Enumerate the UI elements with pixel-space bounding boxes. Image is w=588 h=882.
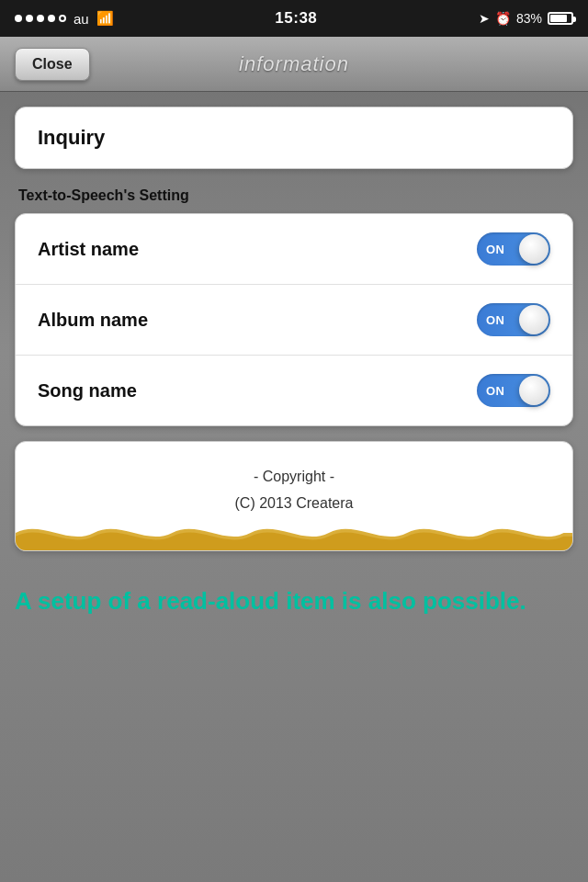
album-toggle-thumb [519,305,548,334]
signal-dots [15,15,66,22]
song-toggle-label: ON [486,384,505,398]
dot1 [15,15,22,22]
dot4 [48,15,55,22]
album-name-toggle[interactable]: ON [477,303,550,336]
dot5 [59,15,66,22]
settings-card: Artist name ON Album name ON Song name [15,213,573,426]
artist-toggle-thumb [519,234,548,264]
close-button[interactable]: Close [15,48,90,81]
album-name-row: Album name ON [16,285,572,356]
battery-icon [548,12,573,25]
battery-percent: 83% [516,11,542,26]
song-name-toggle[interactable]: ON [477,374,550,407]
status-right: ➤ ⏰ 83% [479,11,573,26]
copyright-line2: (C) 2013 Createra [38,491,550,517]
copyright-card: - Copyright - (C) 2013 Createra [15,441,573,551]
carrier-label: au [74,11,89,27]
artist-toggle-track: ON [477,232,550,266]
tip-text: A setup of a read-aloud item is also pos… [15,584,573,617]
song-name-row: Song name ON [16,356,572,425]
status-time: 15:38 [275,9,317,28]
battery-fill [550,15,567,22]
tip-area: A setup of a read-aloud item is also pos… [0,566,588,632]
alarm-icon: ⏰ [495,11,511,26]
artist-toggle-label: ON [486,243,505,256]
album-toggle-label: ON [486,313,505,327]
location-icon: ➤ [479,11,490,26]
song-toggle-track: ON [477,374,550,407]
status-left: au 📶 [15,10,114,27]
tts-section-header: Text-to-Speech's Setting [15,187,573,204]
dot2 [26,15,33,22]
song-name-label: Song name [38,380,137,401]
song-toggle-thumb [519,376,548,405]
inquiry-button[interactable]: Inquiry [15,107,573,169]
artist-name-row: Artist name ON [16,214,572,285]
album-name-label: Album name [38,310,148,331]
dot3 [37,15,44,22]
artist-name-label: Artist name [38,239,139,260]
main-content: Inquiry Text-to-Speech's Setting Artist … [0,92,588,566]
artist-name-toggle[interactable]: ON [477,232,550,266]
wave-decoration [16,515,572,550]
copyright-line1: - Copyright - [38,464,550,491]
album-toggle-track: ON [477,303,550,336]
wifi-icon: 📶 [96,10,114,27]
status-bar: au 📶 15:38 ➤ ⏰ 83% [0,0,588,37]
nav-title: information [239,52,349,76]
nav-bar: Close information [0,37,588,92]
